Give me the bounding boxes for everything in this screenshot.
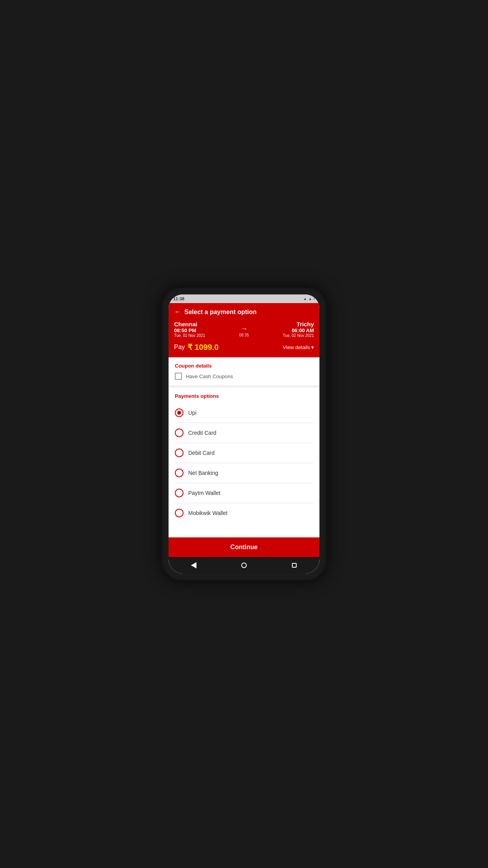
arrival-info: Trichy 06:00 AM Tue, 02 Nov 2021: [283, 321, 314, 338]
radio-net-banking[interactable]: [175, 469, 183, 477]
route-duration: 08:35: [239, 333, 249, 337]
arrival-date: Tue, 02 Nov 2021: [283, 333, 314, 338]
coupon-row[interactable]: Have Cash Coupons: [175, 373, 313, 380]
back-triangle-icon: [191, 562, 196, 568]
coupon-checkbox[interactable]: [175, 373, 182, 380]
payment-option-upi[interactable]: Upi: [175, 403, 313, 423]
payment-label-paytm-wallet: Paytm Wallet: [188, 490, 220, 496]
radio-credit-card[interactable]: [175, 428, 183, 437]
phone-frame: 11:38 ▲ ▲ ▪ ← Select a payment option Ch…: [161, 287, 327, 581]
chevron-down-icon: ▾: [311, 344, 314, 350]
pay-label: Pay: [174, 344, 185, 351]
back-button[interactable]: ←: [174, 308, 181, 316]
content-area: Coupon details Have Cash Coupons Payment…: [169, 357, 319, 537]
payment-option-paytm-wallet[interactable]: Paytm Wallet: [175, 483, 313, 503]
payment-label-upi: Upi: [188, 410, 196, 416]
app-header: ← Select a payment option Chennai 08:50 …: [169, 303, 319, 357]
page-title: Select a payment option: [184, 309, 257, 316]
bottom-nav: [169, 557, 319, 574]
header-top: ← Select a payment option: [174, 308, 314, 316]
payment-option-net-banking[interactable]: Net Banking: [175, 463, 313, 483]
signal-icon: ▲: [308, 297, 312, 301]
battery-icon: ▪: [314, 297, 315, 301]
payment-option-debit-card[interactable]: Debit Card: [175, 443, 313, 463]
payments-section: Payments options Upi Credit Card Debit: [169, 388, 319, 523]
status-time: 11:38: [173, 296, 184, 301]
pay-row: Pay ₹ 1099.0 View details ▾: [174, 342, 314, 352]
recents-square-icon: [292, 563, 297, 568]
payment-label-credit-card: Credit Card: [188, 430, 216, 436]
payment-label-debit-card: Debit Card: [188, 450, 215, 456]
radio-upi[interactable]: [175, 408, 183, 417]
route-middle: → 08:35: [239, 325, 249, 337]
departure-date: Tue, 02 Nov 2021: [174, 333, 205, 338]
nav-back-button[interactable]: [187, 559, 200, 572]
wifi-icon: ▲: [303, 297, 307, 301]
route-info: Chennai 08:50 PM Tue, 02 Nov 2021 → 08:3…: [174, 321, 314, 338]
radio-upi-fill: [177, 411, 181, 415]
pay-left: Pay ₹ 1099.0: [174, 342, 218, 352]
payment-label-mobikwik-wallet: Mobikwik Wallet: [188, 510, 227, 516]
arrival-city: Trichy: [283, 321, 314, 327]
departure-city: Chennai: [174, 321, 205, 327]
view-details-button[interactable]: View details ▾: [283, 344, 314, 350]
route-arrow-icon: →: [240, 325, 248, 333]
coupon-section: Coupon details Have Cash Coupons: [169, 357, 319, 388]
radio-debit-card[interactable]: [175, 449, 183, 457]
nav-home-button[interactable]: [238, 559, 250, 572]
status-icons: ▲ ▲ ▪: [303, 297, 315, 301]
payment-label-net-banking: Net Banking: [188, 470, 218, 476]
coupon-section-title: Coupon details: [175, 363, 313, 369]
continue-button[interactable]: Continue: [169, 537, 319, 557]
status-bar: 11:38 ▲ ▲ ▪: [169, 294, 319, 303]
coupon-label: Have Cash Coupons: [186, 373, 233, 379]
departure-info: Chennai 08:50 PM Tue, 02 Nov 2021: [174, 321, 205, 338]
payments-section-title: Payments options: [175, 393, 313, 399]
home-circle-icon: [241, 563, 247, 568]
departure-time: 08:50 PM: [174, 327, 205, 333]
nav-recents-button[interactable]: [288, 559, 301, 572]
radio-mobikwik-wallet[interactable]: [175, 509, 183, 517]
radio-paytm-wallet[interactable]: [175, 489, 183, 497]
pay-amount: ₹ 1099.0: [187, 342, 219, 352]
payment-option-credit-card[interactable]: Credit Card: [175, 423, 313, 443]
payment-option-mobikwik-wallet[interactable]: Mobikwik Wallet: [175, 503, 313, 523]
phone-screen: 11:38 ▲ ▲ ▪ ← Select a payment option Ch…: [169, 294, 319, 574]
arrival-time: 06:00 AM: [283, 327, 314, 333]
